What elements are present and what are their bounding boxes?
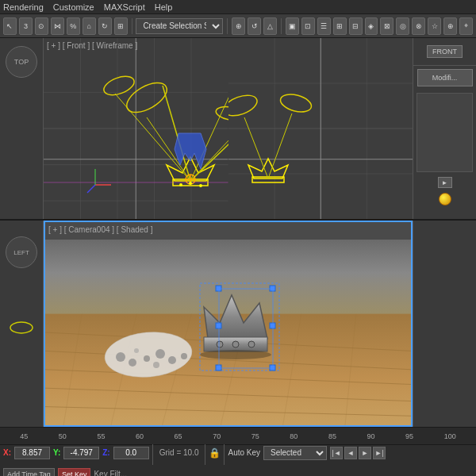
sphere-indicator (439, 193, 451, 205)
toolbar-btn-6[interactable]: ⌂ (83, 17, 96, 35)
status-row1: X: Y: Z: Grid = 10.0 🔒 Auto Key Selected… (3, 441, 473, 465)
svg-point-65 (181, 353, 187, 359)
svg-point-72 (200, 350, 271, 359)
tick-65: 65 (175, 432, 182, 440)
tick-80: 80 (290, 432, 298, 440)
add-time-tag-button[interactable]: Add Time Tag (3, 468, 55, 477)
y-input[interactable] (63, 447, 99, 459)
sep2 (227, 18, 228, 34)
toolbar-btn-15[interactable]: ⊠ (380, 17, 393, 35)
svg-point-31 (199, 184, 202, 187)
toolbar-btn-11[interactable]: ☰ (317, 17, 331, 35)
toolbar-btn-3[interactable]: ⊙ (35, 17, 48, 35)
prev-key-btn[interactable]: |◄ (330, 447, 343, 459)
transport-buttons: |◄ ◄ ► ►| (330, 447, 386, 459)
left-panel-top: TOP (0, 38, 44, 219)
next-frame-btn[interactable]: ►| (373, 447, 386, 459)
svg-point-44 (278, 91, 313, 115)
toolbar-btn-10[interactable]: ⊡ (301, 17, 315, 35)
toolbar-move[interactable]: ⊕ (232, 17, 245, 35)
play-btn[interactable]: ► (359, 447, 371, 459)
front-label: FRONT (427, 45, 463, 58)
toolbar-btn-17[interactable]: ⊗ (412, 17, 425, 35)
right-arrow[interactable]: ► (438, 177, 452, 188)
toolbar-btn-20[interactable]: ⌖ (459, 17, 473, 35)
svg-point-29 (179, 183, 182, 186)
z-label: Z: (102, 448, 109, 457)
tick-70: 70 (213, 432, 221, 440)
camera-viewport-label: [ + ] [ Camera004 ] [ Shaded ] (48, 225, 152, 234)
left-viewport-label[interactable]: LEFT (6, 236, 37, 268)
toolbar-btn-18[interactable]: ☆ (428, 17, 441, 35)
autokey-label: Auto Key (228, 448, 260, 457)
topright-viewport[interactable] (228, 38, 413, 219)
toolbar-btn-13[interactable]: ⊟ (349, 17, 363, 35)
modifi-button[interactable]: Modifi... (417, 69, 473, 86)
prev-frame-btn[interactable]: ◄ (344, 447, 357, 459)
right-panel-bottom (413, 221, 476, 427)
svg-point-70 (232, 341, 239, 347)
x-input[interactable] (14, 447, 50, 459)
menu-rendering[interactable]: Rendering (3, 2, 44, 12)
set-key-button[interactable]: Set Key (58, 468, 91, 477)
y-label: Y: (53, 448, 60, 457)
toolbar-btn-19[interactable]: ⊕ (443, 17, 457, 35)
menu-help[interactable]: Help (155, 2, 173, 12)
svg-point-62 (144, 355, 150, 362)
toolbar-btn-2[interactable]: 3 (19, 17, 33, 35)
toolbar-btn-9[interactable]: ▣ (286, 17, 299, 35)
sep-status3 (224, 441, 225, 465)
toolbar-btn-5[interactable]: % (67, 17, 80, 35)
left-gizmo (6, 316, 37, 341)
right-panel: FRONT Modifi... ► (413, 38, 476, 219)
selected-dropdown[interactable]: Selected (263, 446, 327, 460)
front-viewport-label: [ + ] [ Front ] [ Wireframe ] (47, 41, 137, 50)
viewport-bottom-row: LEFT [ + ] [ Camera004 ] [ Shaded ] (0, 221, 476, 427)
toolbar-btn-7[interactable]: ↻ (98, 17, 112, 35)
right-content (416, 93, 473, 172)
toolbar-btn-14[interactable]: ◈ (365, 17, 378, 35)
svg-point-45 (10, 322, 33, 333)
tick-60: 60 (136, 432, 144, 440)
svg-point-63 (155, 349, 165, 359)
timeline-numbers: 45 50 55 60 65 70 75 80 85 90 95 100 (2, 432, 474, 440)
z-input[interactable] (113, 447, 149, 459)
svg-line-12 (87, 185, 95, 193)
toolbar-scale[interactable]: △ (263, 17, 277, 35)
camera-inner-scene (45, 240, 411, 425)
svg-point-69 (217, 341, 223, 347)
selection-dropdown[interactable]: Create Selection S... (136, 18, 223, 34)
sep3 (281, 18, 282, 34)
toolbar-btn-12[interactable]: ⊞ (333, 17, 347, 35)
svg-point-21 (102, 73, 136, 98)
svg-point-66 (134, 348, 139, 353)
toolbar-btn-8[interactable]: ⊞ (114, 17, 128, 35)
toolbar-rotate[interactable]: ↺ (248, 17, 261, 35)
main-area: TOP [ + ] [ Front ] [ Wireframe ] (0, 38, 476, 427)
left-panel-bottom: LEFT (0, 221, 44, 427)
timeline-bar[interactable]: 45 50 55 60 65 70 75 80 85 90 95 100 (0, 427, 476, 444)
top-viewport-label[interactable]: TOP (6, 46, 37, 78)
svg-point-64 (168, 356, 176, 364)
svg-point-67 (153, 362, 159, 368)
menubar: Rendering Customize MAXScript Help (0, 0, 476, 14)
topright-canvas (228, 38, 413, 219)
grid-label: Grid = 10.0 (159, 448, 199, 457)
sep-status1 (152, 441, 153, 465)
toolbar-btn-16[interactable]: ◎ (396, 17, 409, 35)
status-row2: Add Time Tag Set Key Key Filt... (3, 468, 473, 477)
camera-viewport[interactable]: [ + ] [ Camera004 ] [ Shaded ] (44, 221, 413, 427)
lock-icon[interactable]: 🔒 (209, 447, 221, 459)
tick-50: 50 (59, 432, 67, 440)
menu-maxscript[interactable]: MAXScript (104, 2, 145, 12)
toolbar-btn-4[interactable]: ⋈ (51, 17, 64, 35)
toolbar-btn-1[interactable]: ↖ (3, 17, 17, 35)
viewports-area: TOP [ + ] [ Front ] [ Wireframe ] (0, 38, 476, 427)
tick-95: 95 (405, 432, 413, 440)
front-viewport[interactable]: [ + ] [ Front ] [ Wireframe ] (44, 38, 228, 219)
sep1 (132, 18, 132, 34)
tick-90: 90 (367, 432, 374, 440)
menu-customize[interactable]: Customize (53, 2, 94, 12)
svg-point-60 (116, 352, 125, 362)
tick-55: 55 (97, 432, 105, 440)
